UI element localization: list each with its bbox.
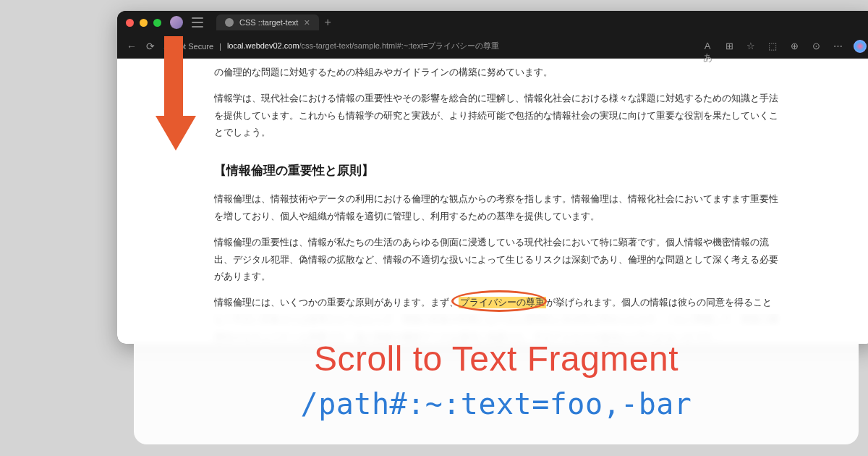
scroll-arrow-annotation <box>156 36 192 152</box>
minimize-window-button[interactable] <box>140 19 148 27</box>
new-tab-button[interactable]: + <box>325 16 331 29</box>
profile-avatar[interactable] <box>170 16 183 29</box>
address-bar[interactable]: ⚠ Not Secure | local.webdev02.com/css-ta… <box>163 41 694 51</box>
url-host: local.webdev02.com <box>227 41 299 50</box>
arrow-head-icon <box>156 116 196 151</box>
maximize-window-button[interactable] <box>153 19 161 27</box>
text-before-highlight: 情報倫理には、いくつかの重要な原則があります。まず、 <box>214 297 459 308</box>
reload-button[interactable]: ⟳ <box>145 41 156 52</box>
section-heading: 【情報倫理の重要性と原則】 <box>214 159 778 182</box>
paragraph: の倫理的な問題に対処するための枠組みやガイドラインの構築に努めています。 <box>214 64 778 82</box>
url-text: local.webdev02.com/css-target-text/sampl… <box>227 41 500 51</box>
url-separator: | <box>219 42 221 51</box>
favorite-icon[interactable]: ☆ <box>745 41 757 52</box>
paragraph: 情報学は、現代社会における情報の重要性やその影響を総合的に理解し、情報化社会にお… <box>214 90 778 142</box>
paragraph: 情報倫理は、情報技術やデータの利用における倫理的な観点からの考察を指します。情報… <box>214 191 778 226</box>
browser-window: CSS ::target-text × + ← ⟳ ⚠ Not Secure |… <box>117 11 868 344</box>
browser-tab[interactable]: CSS ::target-text × <box>216 14 319 30</box>
account-icon[interactable]: ⊙ <box>810 41 822 52</box>
library-icon[interactable]: ⬚ <box>767 41 778 52</box>
extensions-icon[interactable]: ⊕ <box>788 41 800 52</box>
sidebar-toggle-icon[interactable] <box>192 17 203 28</box>
tab-close-button[interactable]: × <box>304 17 310 28</box>
paragraph: 情報倫理の重要性は、情報が私たちの生活のあらゆる側面に浸透している現代社会におい… <box>214 235 778 286</box>
reader-mode-icon[interactable]: Aあ <box>702 41 713 52</box>
menu-icon[interactable]: ⋯ <box>832 41 843 52</box>
collections-icon[interactable]: ⊞ <box>723 41 735 52</box>
tab-favicon-icon <box>225 18 234 27</box>
titlebar: CSS ::target-text × + <box>117 11 868 34</box>
url-path: /css-target-text/sample.html#:~:text=プライ… <box>299 41 500 50</box>
page-content[interactable]: の倫理的な問題に対処するための枠組みやガイドラインの構築に努めています。 情報学… <box>117 59 868 344</box>
back-button[interactable]: ← <box>126 41 137 52</box>
toolbar-right: Aあ ⊞ ☆ ⬚ ⊕ ⊙ ⋯ <box>702 40 867 53</box>
article: の倫理的な問題に対処するための枠組みやガイドラインの構築に努めています。 情報学… <box>214 59 778 344</box>
close-window-button[interactable] <box>126 19 134 27</box>
highlight-wrap: プライバシーの尊重 <box>459 295 546 312</box>
overlay-card: Scroll to Text Fragment /path#:~:text=fo… <box>134 314 859 444</box>
arrow-shaft-icon <box>164 36 183 116</box>
target-text-highlight: プライバシーの尊重 <box>459 297 546 308</box>
traffic-lights <box>126 19 161 27</box>
copilot-icon[interactable] <box>854 40 867 53</box>
overlay-title: Scroll to Text Fragment <box>314 339 678 379</box>
tab-title: CSS ::target-text <box>239 18 298 27</box>
overlay-code: /path#:~:text=foo,-bar <box>301 387 692 421</box>
browser-toolbar: ← ⟳ ⚠ Not Secure | local.webdev02.com/cs… <box>117 34 868 59</box>
